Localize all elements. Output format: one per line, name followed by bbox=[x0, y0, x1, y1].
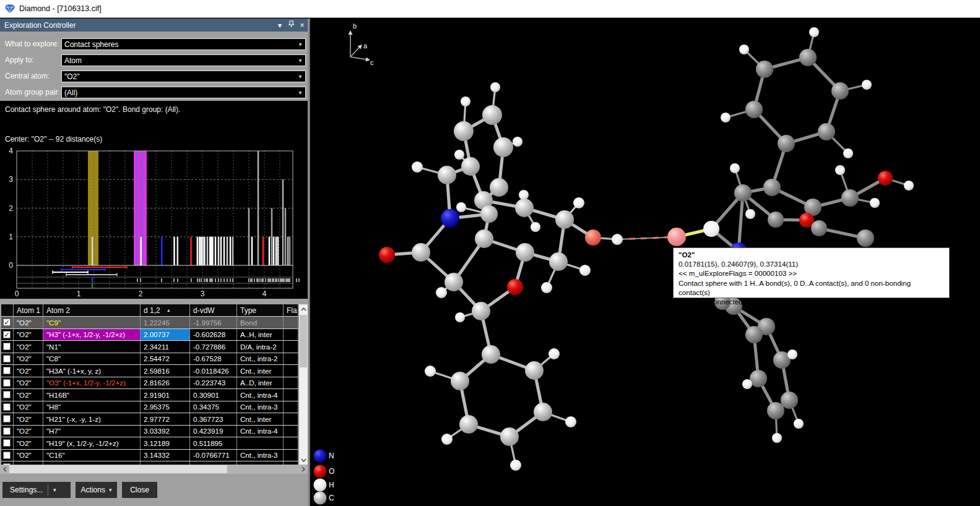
atom[interactable] bbox=[778, 135, 795, 152]
actions-button[interactable]: Actions ▾ bbox=[76, 482, 117, 498]
col-atom2[interactable]: Atom 2 bbox=[43, 304, 141, 316]
col-d12[interactable]: d 1,2▲ bbox=[141, 304, 190, 316]
distance-histogram[interactable]: 0123401234 bbox=[0, 147, 308, 299]
atom[interactable] bbox=[519, 190, 529, 200]
atom[interactable] bbox=[549, 348, 560, 359]
atom[interactable] bbox=[461, 157, 480, 176]
atom[interactable] bbox=[799, 49, 817, 66]
table-row[interactable]: "O2""H16B"2.919010.30901Cnt., intra-4 bbox=[1, 389, 308, 401]
atom[interactable] bbox=[441, 209, 459, 228]
combo-central-atom[interactable]: "O2"▾ bbox=[61, 71, 306, 82]
atom[interactable] bbox=[472, 302, 490, 320]
row-checkbox[interactable] bbox=[3, 415, 11, 422]
atom[interactable] bbox=[787, 349, 797, 359]
col-type[interactable]: Type bbox=[237, 304, 284, 316]
combo-chevron-icon[interactable]: ▾ bbox=[295, 57, 305, 64]
atom[interactable] bbox=[490, 178, 508, 197]
histogram-bar[interactable] bbox=[207, 237, 209, 265]
histogram-bar[interactable] bbox=[271, 208, 273, 266]
histogram-bar[interactable] bbox=[258, 151, 259, 265]
combo-chevron-icon[interactable]: ▾ bbox=[295, 41, 305, 48]
combo-chevron-icon[interactable]: ▾ bbox=[295, 73, 305, 80]
scroll-left-icon[interactable] bbox=[0, 465, 9, 474]
histogram-bar[interactable] bbox=[177, 237, 179, 265]
atom[interactable] bbox=[831, 82, 849, 100]
histogram-bar[interactable] bbox=[212, 237, 214, 265]
atom[interactable] bbox=[425, 366, 436, 377]
atom[interactable] bbox=[843, 148, 853, 158]
atom[interactable] bbox=[507, 279, 523, 295]
hscroll-thumb[interactable] bbox=[9, 465, 227, 473]
histogram-bar[interactable] bbox=[289, 237, 291, 265]
atom[interactable] bbox=[904, 181, 914, 191]
table-vertical-scrollbar[interactable] bbox=[298, 304, 308, 465]
histogram-bar[interactable] bbox=[199, 237, 201, 265]
histogram-bar[interactable] bbox=[287, 237, 289, 265]
atom[interactable] bbox=[461, 96, 470, 106]
atom[interactable] bbox=[585, 229, 601, 246]
atom[interactable] bbox=[794, 419, 804, 429]
atom[interactable] bbox=[412, 161, 423, 173]
histogram-bar[interactable] bbox=[277, 237, 279, 265]
atom[interactable] bbox=[516, 243, 534, 262]
highlight-band[interactable] bbox=[88, 151, 98, 265]
atom[interactable] bbox=[835, 165, 845, 175]
atom[interactable] bbox=[767, 402, 784, 419]
atom[interactable] bbox=[811, 220, 827, 236]
panel-close-icon[interactable]: × bbox=[297, 21, 308, 30]
histogram-bar[interactable] bbox=[220, 237, 222, 265]
atom[interactable] bbox=[525, 361, 544, 380]
table-row[interactable]: ✓"O2""C9"1.22245-1.99756Bond bbox=[1, 317, 308, 329]
table-row[interactable]: "O2""H7"3.033920.423919Cnt., intra-4 bbox=[1, 426, 308, 438]
histogram-bar[interactable] bbox=[269, 237, 271, 265]
scroll-down-icon[interactable] bbox=[299, 455, 308, 465]
table-row[interactable]: ✓"O2""H3" (-1+x, 1/2-y, -1/2+z)2.00737-0… bbox=[1, 329, 308, 341]
table-row[interactable]: "O2""H8"2.953750.34375Cnt., intra-3 bbox=[1, 401, 308, 414]
table-row[interactable]: "O2""H19" (x, 1/2-y, -1/2+z)3.121890.511… bbox=[1, 437, 308, 450]
histogram-bar[interactable] bbox=[173, 237, 175, 265]
atom[interactable] bbox=[818, 123, 835, 140]
atom[interactable] bbox=[721, 113, 731, 122]
settings-button[interactable]: Settings... ▾ bbox=[2, 482, 71, 498]
combo-atom-group-pair[interactable]: (All)▾ bbox=[61, 87, 306, 98]
scroll-up-icon[interactable] bbox=[299, 304, 308, 314]
row-checkbox[interactable]: ✓ bbox=[3, 331, 11, 338]
row-checkbox[interactable] bbox=[3, 343, 11, 350]
panel-menu-chevron-icon[interactable]: ▾ bbox=[274, 21, 285, 30]
atom[interactable] bbox=[745, 326, 763, 343]
atom[interactable] bbox=[549, 252, 568, 271]
histogram-bar[interactable] bbox=[215, 237, 217, 265]
histogram-bar[interactable] bbox=[218, 237, 220, 265]
atom[interactable] bbox=[763, 179, 781, 196]
row-checkbox[interactable]: ✓ bbox=[3, 319, 11, 326]
atom[interactable] bbox=[500, 427, 519, 446]
col-dvdw[interactable]: d-vdW bbox=[190, 304, 237, 316]
panel-pin-icon[interactable] bbox=[285, 20, 297, 30]
atom[interactable] bbox=[809, 27, 819, 37]
row-checkbox[interactable] bbox=[3, 367, 11, 374]
table-row[interactable]: "O2""C8"2.54472-0.67528Cnt., intra-2 bbox=[1, 353, 308, 366]
histogram-bar[interactable] bbox=[232, 237, 234, 265]
atom[interactable] bbox=[444, 273, 463, 291]
histogram-bar[interactable] bbox=[161, 237, 163, 265]
atom[interactable] bbox=[579, 265, 591, 276]
atom[interactable] bbox=[436, 287, 447, 298]
histogram-bar[interactable] bbox=[190, 237, 192, 265]
atom[interactable] bbox=[493, 137, 513, 157]
histogram-bar[interactable] bbox=[140, 237, 142, 265]
atom[interactable] bbox=[772, 433, 782, 443]
atom[interactable] bbox=[730, 163, 740, 173]
atom[interactable] bbox=[510, 460, 521, 471]
histogram-bar[interactable] bbox=[248, 208, 250, 266]
histogram-bar[interactable] bbox=[273, 237, 275, 265]
atom[interactable] bbox=[703, 221, 719, 237]
atom[interactable] bbox=[878, 171, 893, 186]
atom[interactable] bbox=[555, 210, 574, 229]
atom[interactable] bbox=[441, 434, 453, 445]
panel-titlebar[interactable]: Exploration Controller ▾ × bbox=[0, 19, 308, 32]
atom[interactable] bbox=[451, 372, 469, 390]
atom[interactable] bbox=[482, 345, 500, 364]
col-atom1[interactable]: Atom 1 bbox=[14, 304, 43, 316]
histogram-bar[interactable] bbox=[197, 237, 199, 265]
histogram-bar[interactable] bbox=[204, 237, 206, 265]
